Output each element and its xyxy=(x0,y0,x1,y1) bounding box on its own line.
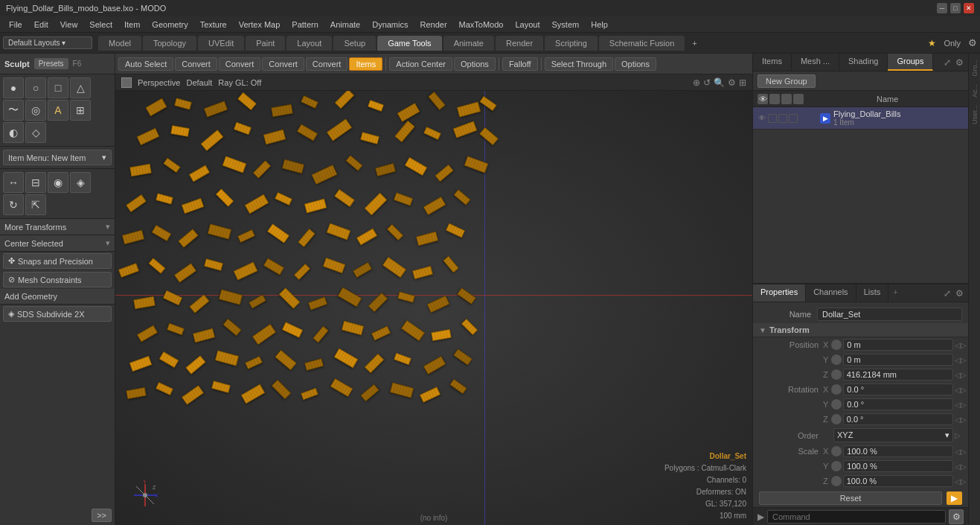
add-geometry-dropdown[interactable]: Add Geometry xyxy=(0,289,115,305)
tool-grid[interactable]: ⊞ xyxy=(70,100,91,121)
convert4-button[interactable]: Convert xyxy=(306,57,348,71)
menu-help[interactable]: Help xyxy=(585,19,614,31)
viewport-ctrl-5[interactable]: ⊞ xyxy=(739,77,746,88)
tool-wave[interactable]: 〜 xyxy=(3,100,24,121)
pos-y-lock[interactable]: ◁ xyxy=(955,355,961,364)
rot-z-arrow[interactable]: ▷ xyxy=(961,415,967,424)
auto-select-button[interactable]: Auto Select xyxy=(118,57,173,71)
view-cube-icon[interactable] xyxy=(121,77,132,88)
items-button[interactable]: Items xyxy=(349,57,382,71)
prop-name-value[interactable]: Dollar_Set xyxy=(817,308,962,321)
more-transforms-dropdown[interactable]: More Transforms ▾ xyxy=(0,219,115,235)
rot-x-arrow[interactable]: ▷ xyxy=(961,385,967,394)
order-dropdown[interactable]: XYZ ▾ xyxy=(833,428,953,442)
prop-expand-icon[interactable]: ⤢ xyxy=(942,287,952,300)
tab-gametools[interactable]: Game Tools xyxy=(377,36,442,51)
group-toggle-3[interactable] xyxy=(789,114,798,123)
transform-scale[interactable]: ⇱ xyxy=(25,194,46,215)
new-group-button[interactable]: New Group xyxy=(758,74,816,88)
pos-y-arrow[interactable]: ▷ xyxy=(961,355,967,364)
scale-y-input[interactable] xyxy=(843,460,953,472)
scale-z-input[interactable] xyxy=(843,475,953,487)
close-button[interactable]: ✕ xyxy=(964,3,974,13)
menu-system[interactable]: System xyxy=(546,19,586,31)
group-eye-toggle[interactable]: 👁 xyxy=(758,114,766,123)
center-selected-dropdown[interactable]: Center Selected ▾ xyxy=(0,235,115,252)
right-expand-icon[interactable]: ⤢ xyxy=(942,56,952,69)
tool-diamond[interactable]: ◇ xyxy=(25,122,46,143)
right-gear-icon[interactable]: ⚙ xyxy=(954,56,965,69)
transform-section[interactable]: ▼ Transform xyxy=(753,323,968,337)
group-toggle-1[interactable] xyxy=(768,114,777,123)
rot-z-input[interactable] xyxy=(843,413,953,425)
rot-y-lock[interactable]: ◁ xyxy=(955,400,961,409)
group-toggle-2[interactable] xyxy=(778,114,787,123)
prop-tab-lists[interactable]: Lists xyxy=(856,284,889,302)
scale-z-lock[interactable]: ◁ xyxy=(955,477,961,486)
reset-button[interactable]: Reset xyxy=(759,491,942,505)
command-input[interactable] xyxy=(767,510,946,524)
pos-z-arrow[interactable]: ▷ xyxy=(961,370,967,379)
scale-y-lock[interactable]: ◁ xyxy=(955,462,961,471)
minimize-button[interactable]: ─ xyxy=(937,3,947,13)
action-center-button[interactable]: Action Center xyxy=(389,57,452,71)
scale-y-arrow[interactable]: ▷ xyxy=(961,462,967,471)
rot-x-lock[interactable]: ◁ xyxy=(955,385,961,394)
transform-diamond[interactable]: ◈ xyxy=(70,172,91,193)
tab-groups[interactable]: Groups xyxy=(888,54,933,71)
viewport-ctrl-1[interactable]: ⊕ xyxy=(693,77,700,88)
scale-z-arrow[interactable]: ▷ xyxy=(961,477,967,486)
menu-select[interactable]: Select xyxy=(83,19,118,31)
tab-schematic[interactable]: Schematic Fusion xyxy=(599,36,685,51)
falloff-button[interactable]: Falloff xyxy=(502,57,538,71)
rot-y-input[interactable] xyxy=(843,398,953,410)
tab-model[interactable]: Model xyxy=(98,36,141,51)
viewport-ctrl-3[interactable]: 🔍 xyxy=(714,77,725,88)
reset-arrow-button[interactable]: ▶ xyxy=(947,491,962,505)
menu-pattern[interactable]: Pattern xyxy=(286,19,324,31)
sds-button[interactable]: ◈ SDS Subdivide 2X xyxy=(3,306,112,322)
presets-button[interactable]: Presets xyxy=(34,58,68,69)
item-menu-dropdown[interactable]: Item Menu: New Item ▾ xyxy=(3,150,112,165)
tab-setup[interactable]: Setup xyxy=(333,36,376,51)
tool-triangle[interactable]: △ xyxy=(70,77,91,98)
tab-topology[interactable]: Topology xyxy=(143,36,196,51)
group-row[interactable]: 👁 ▶ Flying_Dollar_Bills 1 Item xyxy=(753,107,968,130)
prop-tab-channels[interactable]: Channels xyxy=(806,284,856,302)
tab-animate[interactable]: Animate xyxy=(443,36,494,51)
mesh-constraints-button[interactable]: ⊘ Mesh Constraints xyxy=(3,272,112,287)
menu-animate[interactable]: Animate xyxy=(324,19,366,31)
tool-sphere[interactable]: ○ xyxy=(25,77,46,98)
menu-layout[interactable]: Layout xyxy=(509,19,545,31)
menu-maxtomodo[interactable]: MaxToModo xyxy=(453,19,510,31)
add-prop-tab-button[interactable]: + xyxy=(888,284,902,302)
add-tab-button[interactable]: + xyxy=(686,36,702,51)
maximize-button[interactable]: □ xyxy=(950,3,961,13)
menu-dynamics[interactable]: Dynamics xyxy=(366,19,414,31)
convert1-button[interactable]: Convert xyxy=(175,57,217,71)
menu-texture[interactable]: Texture xyxy=(194,19,233,31)
scale-x-arrow[interactable]: ▷ xyxy=(961,447,967,456)
menu-view[interactable]: View xyxy=(54,19,84,31)
tool-text[interactable]: A xyxy=(48,100,68,121)
tab-scripting[interactable]: Scripting xyxy=(545,36,598,51)
tool-sphere2[interactable]: ◐ xyxy=(3,122,24,143)
pos-x-lock[interactable]: ◁ xyxy=(955,340,961,349)
menu-item[interactable]: Item xyxy=(118,19,146,31)
default-layouts-dropdown[interactable]: Default Layouts ▾ xyxy=(3,36,92,49)
pos-z-lock[interactable]: ◁ xyxy=(955,370,961,379)
rot-y-arrow[interactable]: ▷ xyxy=(961,400,967,409)
tab-uvedit[interactable]: UVEdit xyxy=(198,36,244,51)
rot-x-input[interactable] xyxy=(843,384,953,395)
tab-shading[interactable]: Shading xyxy=(839,54,888,71)
transform-rotate[interactable]: ↻ xyxy=(3,194,24,215)
pos-z-input[interactable] xyxy=(843,369,953,381)
tab-paint[interactable]: Paint xyxy=(246,36,285,51)
pos-y-input[interactable] xyxy=(843,354,953,366)
gear-icon[interactable]: ⚙ xyxy=(968,37,977,48)
tool-circle[interactable]: ● xyxy=(3,77,24,98)
expand-sidebar-button[interactable]: >> xyxy=(92,509,112,522)
rot-z-lock[interactable]: ◁ xyxy=(955,415,961,424)
tab-items[interactable]: Items xyxy=(753,54,792,71)
order-arrow[interactable]: ▷ xyxy=(953,431,962,440)
